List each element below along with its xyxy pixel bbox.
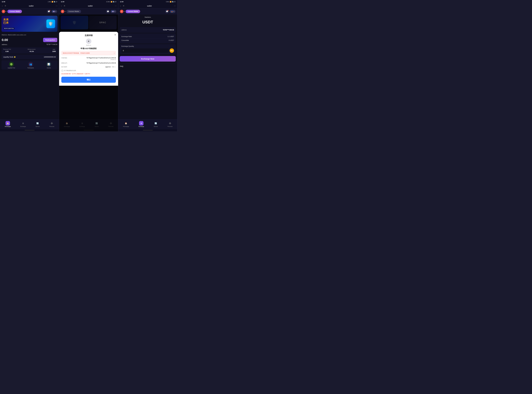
close-btn-2[interactable]: ✕ [63,5,66,7]
convertible-value: 0 USDT [169,40,174,41]
balance-num-1: 0.00 [2,38,8,42]
signal-icon-3: 📶 [170,1,172,3]
detail-row-2: 执行操作 approve 详情 ∨ [61,66,116,68]
more-btn-2[interactable]: ··· [115,5,117,7]
chevron-down-icon-3: ▾ [124,10,125,12]
modal-title: 交易详情 [61,34,116,37]
more-btn-1[interactable]: ··· [56,5,57,7]
warning-bar[interactable]: 请勿给任何来历不明的链接、空投进行此授权 › [61,51,116,55]
lang-chevron-2: ▾ [115,10,115,12]
detail-value-1: TETBgp4mkUujUY7sstNuSD3cf1oCoV4KCB [70,62,116,64]
logo-btn-1[interactable]: V ▾ [2,10,6,13]
max-btn[interactable]: Max [170,48,174,53]
connect-wallet-btn-1[interactable]: Connect Wallet [7,10,22,13]
stats-grid-1: Revenue Pool 0.00 Mining income ≈0.1% ji… [1,47,57,54]
detail-more[interactable]: 详情 ∨ [112,66,116,68]
bottom-nav-homepage-1[interactable]: 🏠 Homepage [4,121,12,127]
browser-bar-1: ‹ ✕ wallet ··· [0,3,59,8]
mining-income-label: Mining income [28,49,36,50]
address-card-3: address TETB****V4KCB [120,27,176,33]
forum-text-1: 鸥创论坛: 鸥创论坛测试 www.ocbbs.com [0,33,59,37]
revenue-pool-value: 0.00 [3,51,11,52]
back-btn-2[interactable]: ‹ [61,5,62,7]
detail-row-1: 授权合约 TETBgp4mkUujUY7sstNuSD3cf1oCoV4KCB [61,62,116,64]
exchange-label-3: Exchange [139,126,144,127]
bottom-nav-exchange-1[interactable]: ⊞ Exchange [19,121,27,127]
bottom-nav-3: 🏠 Homepage ⊞ Exchange 🔄 Service ➕ Person… [118,119,177,129]
homepage-icon-3: 🏠 [124,121,128,125]
detail-row-0: 付款地址 TETBgp4mkUujUY7sstNuSD3cf1oCoV4KCB … [61,57,116,60]
connect-wallet-btn-3[interactable]: Connect Wallet [126,10,140,13]
app-header-3: V ▾ Connect Wallet 💬 🇩🇪 ▾ [118,8,177,15]
address-value-3: TETB****V4KCB [163,29,174,31]
chat-btn-1[interactable]: 💬 [47,10,51,13]
speed-1: 1.9K/s [48,1,51,2]
bottom-nav-service-3[interactable]: 🔄 Service [153,121,159,127]
banner-sub-1: 通證時代的數字黃金 [3,27,15,30]
bottom-nav-1: 🏠 Homepage ⊞ Exchange 🔄 Service ➕ Person… [0,119,59,129]
browser-title-2: wallet [67,5,114,7]
connect-wallet-btn-2[interactable]: Connect Wallet [67,10,81,13]
modal-subtitle: 申请USDT转账授权 [61,47,116,50]
mining-income-value: ≈0.1% [28,51,36,52]
icon-nav-item-0[interactable]: 🟢 Liquidity Pool [8,62,15,69]
browser-bar-2: ‹ ✕ wallet ··· [59,3,118,8]
network-fee-text: 关于网络费相关说明 [64,70,76,72]
status-bar-3: 12:09 0.0K/s 📶 📡 28 [118,0,177,3]
wifi-icon-2: 📡 [113,1,115,3]
status-icons-2: 15.9K/s 📶 📡 28 [106,1,116,3]
modal-close-btn[interactable]: ✕ [114,33,116,36]
bottom-nav-exchange-3[interactable]: ⊞ Exchange [138,121,145,127]
lang-btn-3[interactable]: 🇩🇪 ▾ [170,10,176,13]
more-btn-3[interactable]: ··· [174,5,176,7]
logo-btn-3[interactable]: V ▾ [120,10,125,13]
balance-row-1: 0.00 Participation [0,37,59,43]
lang-btn-2[interactable]: 🇺🇸 ▾ [110,10,116,13]
income-icon: 📊 [46,62,51,67]
exchange-label-1: Exchange [20,126,26,127]
back-btn-3[interactable]: ‹ [120,5,121,7]
flag-icon-1: 🇺🇸 [52,11,55,12]
exchange-qty-input[interactable] [121,48,169,53]
pool-label: Liquidity Pool [8,67,15,69]
confirm-btn[interactable]: 确认 [61,77,116,83]
banner-text-1: 未来 已来 [3,18,9,25]
panel1-content: 未来 已来 通證時代的數字黃金 🛡️ 鸥创论坛: 鸥创论坛测试 www.ocbb… [0,15,59,119]
icon-nav-item-2[interactable]: 📊 income [46,62,51,69]
wifi-icon-3: 📡 [172,1,174,3]
network-fee[interactable]: ? 关于网络费相关说明 [61,70,116,72]
app-header-2: V ▾ Connect Wallet 💬 🇺🇸 ▾ [59,8,118,15]
lang-btn-1[interactable]: 🇺🇸 ▾ [51,10,57,13]
time-3: 12:09 [120,1,123,2]
icon-nav-item-1[interactable]: 👥 Participants [27,62,34,69]
battery-3: 28 [174,1,176,2]
participation-btn-1[interactable]: Participation [43,38,57,42]
chat-btn-3[interactable]: 💬 [165,10,169,13]
close-btn-3[interactable]: ✕ [122,5,125,7]
exchange-icon-3: ⊞ [139,121,143,125]
revenue-pool-label: Revenue Pool [3,49,11,50]
bottom-nav-homepage-3[interactable]: 🏠 Homepage [122,121,130,127]
bottom-nav-personal-3[interactable]: ➕ Personal [167,121,173,127]
exchange-now-btn[interactable]: Exchange Now [120,56,176,62]
liquidity-value-1: 10000000000.00 [44,56,56,58]
income-label: income [47,67,51,69]
exchange-qty-section: Exchange Quantity Max [120,44,176,54]
personal-label-1: Personal [49,126,54,127]
faq-section: FAQ [118,64,177,69]
detail-label-1: 授权合约 [61,62,69,64]
exchange-icon-1: ⊞ [21,121,25,125]
chat-btn-2[interactable]: 💬 [106,10,110,13]
back-btn-1[interactable]: ‹ [1,5,3,7]
divider-3 [120,63,176,63]
close-btn-1[interactable]: ✕ [4,5,7,7]
revenue-pool: Revenue Pool 0.00 [3,49,11,52]
logo-btn-2[interactable]: V ▾ [61,10,66,13]
detail-value-2: approve [105,66,111,68]
trx-warning: 该交易需要消耗一定TRX,请确保您有一定量TRX [61,73,116,75]
ratio-card-3: Exchange Ratio 1:1 USDT Convertible 0 US… [120,33,176,43]
status-bar-1: 12:06 1.9K/s 📶 📡 29 [0,0,59,3]
bottom-nav-service-1[interactable]: 🔄 Service [34,121,41,127]
bottom-nav-personal-1[interactable]: ➕ Personal [48,121,55,127]
logo-icon-3: V [120,10,123,13]
